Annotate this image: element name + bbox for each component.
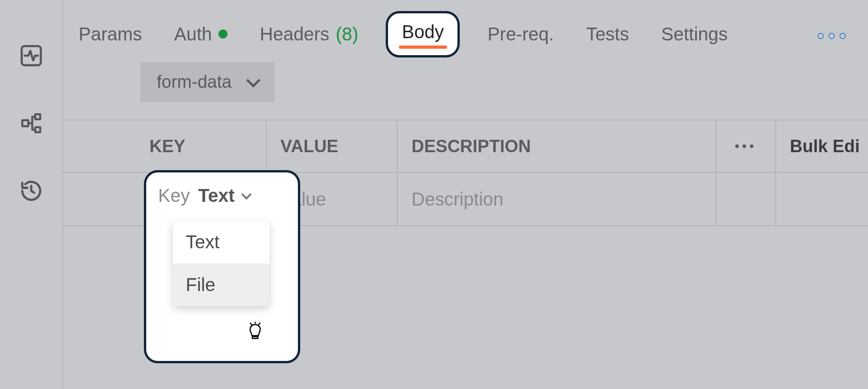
tab-settings[interactable]: Settings (657, 21, 732, 47)
left-rail (0, 0, 63, 389)
tab-auth[interactable]: Auth (170, 21, 232, 47)
dropdown-option-text[interactable]: Text (173, 221, 269, 263)
row-options-spacer (716, 173, 776, 225)
flow-icon[interactable] (19, 111, 43, 135)
history-icon[interactable] (19, 179, 43, 203)
column-header-key: KEY (136, 120, 267, 172)
tab-params[interactable]: Params (74, 21, 147, 47)
row-handle[interactable] (63, 173, 136, 225)
tab-label: Headers (260, 24, 329, 45)
chevron-down-icon (246, 73, 260, 87)
body-type-label: form-data (157, 72, 232, 92)
table-header-row: KEY VALUE DESCRIPTION ••• Bulk Edi (63, 120, 868, 173)
tab-label: Auth (174, 24, 212, 45)
tab-prereq[interactable]: Pre-req. (483, 21, 559, 47)
tab-label: Tests (586, 24, 629, 45)
bulk-edit-button[interactable]: Bulk Edi (776, 120, 868, 172)
description-cell[interactable]: Description (398, 173, 716, 225)
more-icon: ••• (735, 139, 756, 154)
column-header-description: DESCRIPTION (398, 120, 716, 172)
tab-headers[interactable]: Headers (8) (255, 21, 363, 47)
active-tab-underline (399, 46, 447, 49)
more-actions-icon[interactable]: ○○○ (817, 28, 850, 43)
body-type-selector[interactable]: form-data (140, 62, 275, 102)
activity-icon[interactable] (19, 44, 43, 68)
tab-label: Params (79, 24, 142, 45)
column-header-value: VALUE (267, 120, 398, 172)
dropdown-head: Key Text (154, 182, 290, 221)
tab-label: Settings (661, 24, 728, 45)
key-placeholder: Key (158, 185, 190, 206)
request-tabs: Params Auth Headers (8) Body Pre-req. Te… (63, 0, 868, 54)
tab-body[interactable]: Body (386, 11, 460, 57)
column-options-button[interactable]: ••• (716, 120, 776, 172)
key-type-dropdown: Key Text Text File (144, 170, 300, 363)
row-handle-spacer (63, 120, 136, 172)
chevron-down-icon (241, 189, 252, 200)
headers-count: (8) (336, 24, 358, 45)
tab-tests[interactable]: Tests (582, 21, 634, 47)
tab-label: Pre-req. (487, 24, 554, 45)
description-placeholder: Description (411, 189, 503, 210)
key-type-selected: Text (198, 185, 234, 206)
row-tail-spacer (776, 173, 868, 225)
tab-label: Body (402, 22, 444, 42)
dropdown-option-file[interactable]: File (173, 263, 269, 306)
status-dot-icon (218, 29, 228, 39)
dropdown-menu: Text File (173, 221, 269, 306)
